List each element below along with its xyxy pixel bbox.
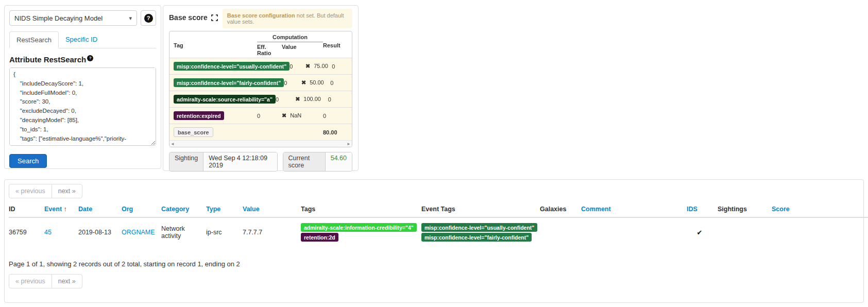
column-header-event[interactable]: Event ↑ xyxy=(44,202,78,217)
restsearch-body-input[interactable]: { "includeDecayScore": 1, "includeFullMo… xyxy=(9,67,156,146)
column-header-label: Org xyxy=(122,206,133,213)
cell-value: 7.7.7.7 xyxy=(243,217,301,247)
tag-badge[interactable]: retention:2d xyxy=(301,233,338,242)
column-header-comment[interactable]: Comment xyxy=(581,202,687,217)
column-header-label: Galaxies xyxy=(540,206,566,213)
pagination-top: « previous next » xyxy=(9,184,82,198)
column-header-date[interactable]: Date xyxy=(78,202,122,217)
column-header-id: ID xyxy=(9,202,44,217)
tag-badge[interactable]: retention:expired xyxy=(174,111,224,120)
column-header-category[interactable]: Category xyxy=(161,202,206,217)
base-score-row: misp:confidence-level="fairly-confident"… xyxy=(169,74,352,91)
column-header-label: IDS xyxy=(687,206,697,213)
horizontal-scrollbar[interactable]: ◄ ► xyxy=(169,140,352,147)
col-header-computation-group: Computation Eff. Ratio Value xyxy=(257,34,323,56)
column-header-label: Sightings xyxy=(718,206,747,213)
cell-comment xyxy=(581,217,687,247)
tag-badge[interactable]: misp:confidence-level="usually-confident… xyxy=(421,223,537,232)
tab-restsearch[interactable]: RestSearch xyxy=(9,31,59,48)
next-page-button[interactable]: next » xyxy=(52,184,82,198)
value-number: 50.00 xyxy=(310,79,324,86)
eff-ratio-value: 0 xyxy=(276,96,295,103)
eff-ratio-value: 0 xyxy=(257,113,282,119)
column-header-org[interactable]: Org xyxy=(122,202,161,217)
decay-score-chart[interactable] xyxy=(361,5,868,176)
column-header-label: Type xyxy=(206,206,220,213)
computation-value: ✖50.00 xyxy=(301,79,330,86)
value-number: 100.00 xyxy=(303,96,321,102)
search-tabs: RestSearch Specific ID xyxy=(9,31,156,48)
column-header-value[interactable]: Value xyxy=(243,202,301,217)
next-page-button[interactable]: next » xyxy=(52,274,82,288)
column-header-type[interactable]: Type xyxy=(206,202,243,217)
event-link[interactable]: 45 xyxy=(44,229,52,236)
cell-sightings xyxy=(718,217,772,247)
column-header-galaxies: Galaxies xyxy=(540,202,581,217)
cell-type: ip-src xyxy=(206,217,243,247)
alert-bold-text: Base score configuration xyxy=(227,12,295,19)
base-score-row: admiralty-scale:source-reliability="a"0✖… xyxy=(169,91,352,107)
tag-badge[interactable]: admiralty-scale:information-credibility=… xyxy=(301,223,417,232)
column-header-label: Score xyxy=(772,206,790,213)
column-header-tags: Tags xyxy=(301,202,421,217)
column-header-label: Comment xyxy=(581,206,611,213)
tag-badge[interactable]: misp:confidence-level="fairly-confident" xyxy=(421,233,532,242)
model-select-value: NIDS Simple Decaying Model xyxy=(14,14,103,22)
attributes-table: IDEvent ↑DateOrgCategoryTypeValueTagsEve… xyxy=(9,202,868,247)
multiply-icon: ✖ xyxy=(305,63,310,69)
col-header-result: Result xyxy=(323,34,348,56)
base-score-row-tag: retention:expired xyxy=(174,111,257,120)
column-header-label: Category xyxy=(161,206,189,213)
cell-category: Network activity xyxy=(161,217,206,247)
check-icon: ✔ xyxy=(697,229,703,236)
result-value: 0 xyxy=(323,113,348,119)
previous-page-button[interactable]: « previous xyxy=(9,274,52,288)
current-score-label: Current score xyxy=(283,152,326,171)
sighting-label: Sighting xyxy=(169,152,203,171)
base-score-title: Base score xyxy=(169,9,218,22)
scroll-left-icon[interactable]: ◄ xyxy=(171,142,175,146)
column-header-event_tags: Event Tags xyxy=(421,202,540,217)
model-help-button[interactable]: ? xyxy=(141,10,156,26)
base-score-total-row: base_score80.00 xyxy=(169,124,352,140)
tag-badge[interactable]: misp:confidence-level="usually-confident… xyxy=(174,62,290,71)
sighting-row: Sighting Wed Sep 4 12:18:09 2019 Current… xyxy=(169,152,352,172)
org-link[interactable]: ORGNAME xyxy=(122,229,155,236)
search-button[interactable]: Search xyxy=(9,154,47,168)
sighting-value: Wed Sep 4 12:18:09 2019 xyxy=(203,152,277,171)
result-value: 0 xyxy=(330,80,348,86)
cell-org: ORGNAME xyxy=(122,217,161,247)
column-header-label: ID xyxy=(9,206,15,213)
select-caret-icon: ▾ xyxy=(129,15,132,22)
current-score-value: 54.60 xyxy=(326,152,352,171)
expand-icon[interactable] xyxy=(211,14,218,21)
previous-page-button[interactable]: « previous xyxy=(9,184,52,198)
restsearch-heading: Attribute RestSearch? xyxy=(9,55,156,64)
cell-galaxies xyxy=(540,217,581,247)
result-value: 0 xyxy=(332,63,348,70)
pagination-bottom: « previous next » xyxy=(9,274,82,288)
base-score-row-tag: misp:confidence-level="fairly-confident" xyxy=(174,78,284,87)
tab-specific-id[interactable]: Specific ID xyxy=(59,31,104,48)
column-header-label: Event xyxy=(44,206,62,213)
column-header-ids[interactable]: IDS xyxy=(687,202,718,217)
result-value: 0 xyxy=(328,96,348,103)
model-config-panel: NIDS Simple Decaying Model ▾ ? RestSearc… xyxy=(4,5,161,169)
multiply-icon: ✖ xyxy=(301,79,306,86)
eff-ratio-value: 0 xyxy=(284,80,301,86)
attributes-table-header: IDEvent ↑DateOrgCategoryTypeValueTagsEve… xyxy=(9,202,868,217)
eff-ratio-value: 0 xyxy=(290,63,305,70)
computation-value: ✖100.00 xyxy=(295,96,328,103)
tag-badge[interactable]: misp:confidence-level="fairly-confident" xyxy=(174,78,284,87)
model-select[interactable]: NIDS Simple Decaying Model ▾ xyxy=(9,10,137,26)
base-score-row: retention:expired0✖NaN0 xyxy=(169,107,352,124)
scroll-right-icon[interactable]: ► xyxy=(347,142,351,146)
decaying-model-tool-page: NIDS Simple Decaying Model ▾ ? RestSearc… xyxy=(0,0,868,307)
column-header-score[interactable]: Score xyxy=(772,202,868,217)
cell-id: 36759 xyxy=(9,217,44,247)
question-icon: ? xyxy=(144,14,153,23)
base-score-row-tag: admiralty-scale:source-reliability="a" xyxy=(174,95,276,104)
multiply-icon: ✖ xyxy=(295,96,300,102)
model-select-row: NIDS Simple Decaying Model ▾ ? xyxy=(9,10,156,26)
tag-badge[interactable]: admiralty-scale:source-reliability="a" xyxy=(174,95,276,104)
